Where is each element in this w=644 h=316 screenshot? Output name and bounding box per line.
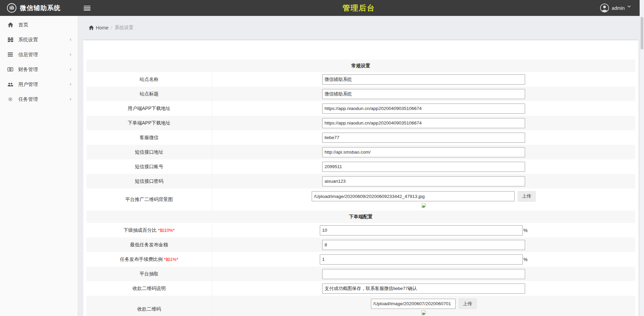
settings-card: 常规设置 站点名称 站点标题 用户端APP下载地址 [83, 40, 638, 316]
field-label: 短信接口密码 [135, 178, 163, 184]
platform-cut-input[interactable] [322, 269, 525, 279]
sidebar-item-label: 系统设置 [18, 37, 38, 43]
form-row-sms-account: 短信接口账号 [86, 159, 635, 174]
sidebar-item-finance-management[interactable]: 财务管理 ‹ [0, 62, 78, 77]
user-app-url-input[interactable] [322, 104, 525, 114]
section-header-order-config: 下单端配置 [86, 210, 635, 223]
service-wechat-input[interactable] [322, 133, 525, 143]
sms-account-input[interactable] [322, 162, 525, 172]
brand: 微信辅助系统 [0, 3, 78, 13]
field-label: 站点标题 [140, 91, 159, 97]
breadcrumb-home-icon [89, 25, 94, 30]
form-row-payment-qr: 收款二维码 上传 [86, 296, 635, 316]
submenu-arrow-icon: ‹ [69, 96, 71, 102]
field-label: 最低任务发布金额 [130, 242, 168, 248]
section-header-general: 常规设置 [86, 60, 635, 72]
breadcrumb-home-link[interactable]: Home [89, 25, 108, 30]
field-label: 平台抽取 [140, 271, 159, 277]
form-row-user-app-url: 用户端APP下载地址 [86, 101, 635, 116]
field-label: 用户端APP下载地址 [128, 106, 170, 112]
hamburger-menu-icon[interactable] [84, 6, 90, 10]
breadcrumb-current: 系统设置 [115, 25, 133, 31]
field-label: 平台推广二维码背景图 [125, 197, 173, 203]
submenu-arrow-icon: ‹ [69, 51, 71, 58]
page-scrollbar [640, 0, 644, 316]
percent-suffix: % [523, 228, 527, 233]
section-title: 常规设置 [351, 63, 370, 69]
payment-qr-note-input[interactable] [322, 284, 525, 294]
commission-percent-input[interactable] [320, 225, 523, 235]
submenu-arrow-icon: ‹ [69, 81, 71, 87]
submenu-arrow-icon: ‹ [69, 37, 71, 43]
payment-qr-input[interactable] [371, 299, 456, 309]
user-menu[interactable]: admin [600, 3, 640, 13]
breadcrumb-separator: / [111, 25, 112, 30]
field-label: 收款二维码 [137, 306, 161, 312]
sms-password-input[interactable] [322, 176, 525, 186]
sidebar-item-label: 任务管理 [18, 96, 38, 103]
form-row-order-app-url: 下单端APP下载地址 [86, 116, 635, 130]
main-content: Home / 系统设置 常规设置 站点名称 站点标题 [78, 16, 640, 316]
field-hint: *如10%* [158, 227, 174, 233]
task-fee-percent-input[interactable] [320, 254, 523, 265]
topbar-main: 管理后台 admin [78, 0, 640, 16]
breadcrumb-home-label: Home [96, 25, 108, 30]
field-label: 短信接口账号 [135, 164, 163, 170]
broken-image-icon [421, 310, 426, 315]
form-row-service-wechat: 客服微信 [86, 130, 635, 145]
sidebar-item-label: 财务管理 [18, 66, 38, 73]
list-icon [7, 52, 13, 57]
sidebar-item-label: 信息管理 [18, 51, 38, 58]
avatar-icon [600, 3, 609, 13]
payment-qr-upload-button[interactable]: 上传 [459, 298, 477, 309]
registered-icon: ® [7, 97, 13, 102]
settings-form: 常规设置 站点名称 站点标题 用户端APP下载地址 [86, 60, 635, 316]
brand-text: 微信辅助系统 [20, 4, 61, 13]
form-row-sms-password: 短信接口密码 [86, 174, 635, 188]
username: admin [612, 5, 625, 11]
site-name-input[interactable] [322, 74, 525, 85]
sidebar-item-user-management[interactable]: 用户管理 ‹ [0, 77, 78, 92]
form-row-platform-cut: 平台抽取 [86, 267, 635, 281]
promo-qr-upload-button[interactable]: 上传 [518, 191, 536, 202]
sidebar-item-info-management[interactable]: 信息管理 ‹ [0, 47, 78, 62]
caret-down-icon [627, 5, 631, 7]
sidebar-item-home[interactable]: 首页 [0, 17, 78, 32]
home-icon [7, 22, 13, 27]
field-label: 站点名称 [140, 76, 159, 83]
min-task-amount-input[interactable] [322, 240, 525, 250]
money-icon [7, 67, 13, 71]
breadcrumb: Home / 系统设置 [83, 16, 638, 40]
form-row-site-title: 站点标题 [86, 87, 635, 101]
brand-logo-icon [7, 3, 17, 13]
submenu-arrow-icon: ‹ [69, 66, 71, 72]
sms-api-url-input[interactable] [322, 147, 525, 157]
order-app-url-input[interactable] [322, 118, 525, 128]
field-label: 短信接口地址 [135, 149, 163, 155]
topbar: 微信辅助系统 管理后台 admin [0, 0, 640, 16]
users-icon [7, 82, 13, 87]
section-title: 下单端配置 [349, 214, 373, 220]
scrollbar-thumb[interactable] [641, 17, 643, 49]
broken-image-icon [421, 203, 426, 208]
form-row-sms-api-url: 短信接口地址 [86, 145, 635, 159]
sidebar-item-task-management[interactable]: ® 任务管理 ‹ [0, 92, 78, 107]
sidebar-item-label: 首页 [18, 22, 28, 28]
site-title-input[interactable] [322, 89, 525, 99]
promo-qr-bg-input[interactable] [312, 191, 515, 201]
field-hint: *如1%* [164, 256, 178, 263]
form-row-payment-qr-note: 收款二维码说明 [86, 281, 635, 296]
field-label: 客服微信 [140, 135, 159, 141]
form-row-site-name: 站点名称 [86, 72, 635, 87]
field-label: 任务发布手续费比例 [120, 256, 163, 263]
settings-list-icon [7, 38, 13, 42]
sidebar: 首页 系统设置 ‹ 信息管理 ‹ 财务管理 ‹ [0, 16, 78, 316]
form-row-min-task-amount: 最低任务发布金额 [86, 238, 635, 252]
field-label: 下级抽成百分比 [123, 227, 157, 233]
form-row-task-fee-percent: 任务发布手续费比例 *如1%* % [86, 252, 635, 267]
form-row-commission-percent: 下级抽成百分比 *如10%* % [86, 223, 635, 238]
sidebar-item-label: 用户管理 [18, 81, 38, 88]
field-label: 收款二维码说明 [132, 286, 166, 292]
percent-suffix: % [523, 257, 527, 262]
sidebar-item-system-settings[interactable]: 系统设置 ‹ [0, 32, 78, 47]
